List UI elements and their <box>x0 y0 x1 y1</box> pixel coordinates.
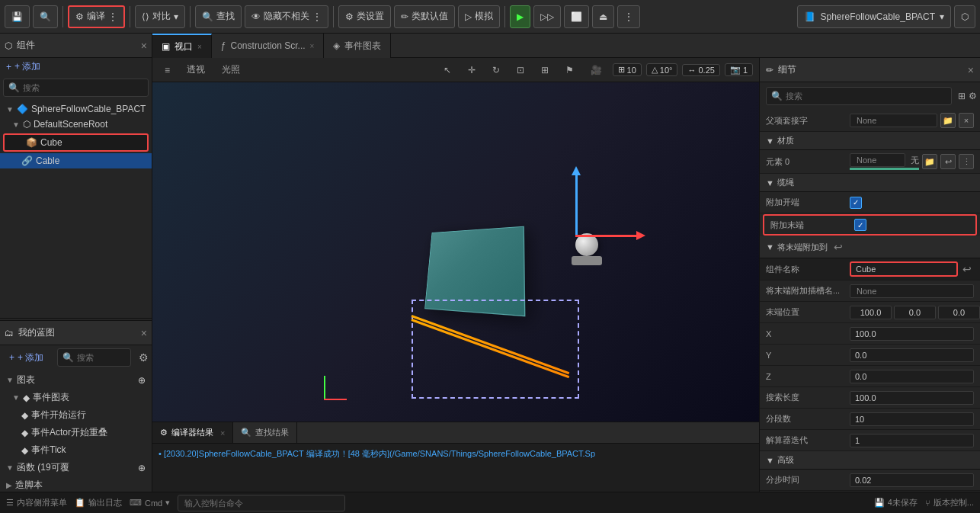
eject-button[interactable]: ⏏ <box>592 5 614 28</box>
event-beginplay[interactable]: ◆ 事件开始运行 <box>0 406 152 424</box>
expand-icon-2: ▼ <box>12 120 20 129</box>
end-loc-y-input[interactable] <box>894 306 936 319</box>
add-graph-icon[interactable]: ⊕ <box>138 375 146 386</box>
pause-button[interactable]: ▷▷ <box>533 5 561 28</box>
blueprint-add[interactable]: + + 添加 <box>3 349 50 367</box>
compile-menu-icon[interactable]: ⋮ <box>108 11 117 22</box>
components-search-box[interactable]: 🔍 <box>3 79 149 97</box>
tab-event-graph[interactable]: ◈ 事件图表 <box>324 34 391 58</box>
parent-socket-clear[interactable]: × <box>959 113 974 128</box>
diff-button[interactable]: ⟨⟩ 对比 ▾ <box>135 5 185 28</box>
cable-length-input[interactable] <box>850 391 974 405</box>
more-button[interactable]: ⋮ <box>617 5 640 28</box>
compile-button[interactable]: ⚙ 编译 ⋮ <box>68 5 125 28</box>
x-input[interactable] <box>850 327 974 341</box>
graphs-section-header[interactable]: ▼ 图表 ⊕ <box>0 371 152 389</box>
camera-icon: 📷 <box>730 65 741 75</box>
bp-settings-icon[interactable]: ⚙ <box>139 351 149 364</box>
material-clear[interactable]: ↩ <box>940 154 956 169</box>
stop-button[interactable]: ⬜ <box>564 5 589 28</box>
blueprints-close[interactable]: × <box>141 327 147 339</box>
tree-item-cable[interactable]: 🔗 Cable <box>0 153 152 168</box>
lighting-button[interactable]: 光照 <box>216 62 246 78</box>
blueprint-search-box[interactable]: 🔍 <box>57 348 131 367</box>
event-graph-item[interactable]: ▼ ◆ 事件图表 <box>0 389 152 406</box>
component-name-input[interactable] <box>850 261 958 277</box>
tab-construction[interactable]: ƒ Construction Scr... × <box>212 34 325 58</box>
substep-time-input[interactable] <box>850 473 974 487</box>
cable-section-header[interactable]: ▼ 缆绳 <box>760 174 980 192</box>
details-title: 细节 <box>778 63 963 76</box>
tree-item-root[interactable]: ▼ 🔷 SphereFollowCable_BPACT <box>0 101 152 117</box>
tab-viewport[interactable]: ▣ 视口 × <box>152 34 212 58</box>
surface-snap[interactable]: ⊞ <box>535 63 555 77</box>
class-settings-button[interactable]: ⚙ 类设置 <box>338 5 391 28</box>
unsaved-indicator[interactable]: 💾 4未保存 <box>874 497 918 508</box>
compiler-tab-close[interactable]: × <box>220 428 225 438</box>
material-section-header[interactable]: ▼ 材质 <box>760 132 980 150</box>
blueprint-search-input[interactable] <box>77 353 126 362</box>
add-fn-icon[interactable]: ⊕ <box>138 463 146 473</box>
tree-item-defaultscene[interactable]: ▼ ⬡ DefaultSceneRoot <box>0 117 152 132</box>
select-tool[interactable]: ↖ <box>437 63 457 77</box>
camera-speed[interactable]: 🎥 <box>584 63 608 77</box>
components-close[interactable]: × <box>141 40 147 52</box>
z-input[interactable] <box>850 370 974 383</box>
grid-control[interactable]: ⊞ 10 <box>613 63 642 76</box>
tree-item-cube[interactable]: 📦 Cube <box>3 133 149 152</box>
move-tool[interactable]: ✛ <box>462 63 482 77</box>
scale-tool[interactable]: ⊡ <box>511 63 530 77</box>
solver-iterations-input[interactable] <box>850 434 974 447</box>
rotate-tool[interactable]: ↻ <box>486 63 506 77</box>
details-search-input[interactable] <box>786 91 946 101</box>
components-search-input[interactable] <box>23 83 143 92</box>
details-grid-icon[interactable]: ⊞ <box>958 91 966 101</box>
content-sidebar-button[interactable]: ☰ 内容侧滑菜单 <box>6 497 67 508</box>
source-control-button[interactable]: ⑂ 版本控制... <box>925 497 974 508</box>
output-log-button[interactable]: 📋 输出日志 <box>75 497 122 508</box>
perspective-button[interactable]: 透视 <box>181 62 211 78</box>
expand-icon: ▼ <box>6 105 14 114</box>
class-defaults-button[interactable]: ✏ 类默认值 <box>394 5 455 28</box>
scale-control[interactable]: ↔ 0.25 <box>682 64 719 76</box>
details-search-box[interactable]: 🔍 <box>766 87 952 105</box>
save-button[interactable]: 💾 <box>5 5 30 28</box>
details-settings-icon[interactable]: ⚙ <box>969 91 977 101</box>
material-browse[interactable]: 📁 <box>922 154 937 169</box>
material-more[interactable]: ⋮ <box>959 154 974 169</box>
end-loc-x-input[interactable] <box>850 306 892 319</box>
angle-control[interactable]: △ 10° <box>646 63 678 76</box>
blueprint-selector[interactable]: 📘 SphereFollowCable_BPACT ▾ <box>797 5 951 28</box>
play-button[interactable]: ▶ <box>510 5 530 28</box>
components-add[interactable]: + + 添加 <box>0 58 152 75</box>
hamburger-button[interactable]: ≡ <box>159 63 176 77</box>
browse-button[interactable]: 🔍 <box>33 5 58 28</box>
compiler-results-tab[interactable]: ⚙ 编译器结果 × <box>152 422 233 443</box>
y-input[interactable] <box>850 348 974 362</box>
num-segments-input[interactable] <box>850 412 974 426</box>
construction-tab-close[interactable]: × <box>310 42 315 50</box>
viewport-tab-close[interactable]: × <box>197 43 202 51</box>
attach-end-checkbox[interactable]: ✓ <box>854 219 866 231</box>
end-loc-z-input[interactable] <box>938 306 980 319</box>
attach-end-section-header[interactable]: ▼ 将末端附加到 ↩ <box>760 236 980 258</box>
external-link-button[interactable]: ⬡ <box>954 5 975 28</box>
undo-btn-2[interactable]: ↩ <box>961 261 974 277</box>
find-button[interactable]: 🔍 查找 <box>195 5 242 28</box>
simulate-button[interactable]: ▷ 模拟 <box>458 5 500 28</box>
hide-unrelated-button[interactable]: 👁 隐藏不相关 ⋮ <box>245 5 328 28</box>
parent-socket-folder[interactable]: 📁 <box>940 113 956 128</box>
undo-btn-1[interactable]: ↩ <box>831 239 846 255</box>
details-close[interactable]: × <box>968 64 974 76</box>
attach-start-checkbox[interactable]: ✓ <box>850 197 862 209</box>
local-global[interactable]: ⚑ <box>559 63 580 77</box>
material-none-label: 无 <box>911 155 919 166</box>
advanced-section-header[interactable]: ▼ 高级 <box>760 451 980 470</box>
event-actoroverlap[interactable]: ◆ 事件Actor开始重叠 <box>0 424 152 441</box>
find-results-tab[interactable]: 🔍 查找结果 <box>233 422 297 443</box>
camera-control[interactable]: 📷 1 <box>725 63 753 76</box>
cmd-input[interactable] <box>178 495 345 511</box>
attach-start-value: ✓ <box>850 197 974 209</box>
event-tick[interactable]: ◆ 事件Tick <box>0 441 152 459</box>
functions-section[interactable]: ▼ 函数 (19可覆 ⊕ <box>0 459 152 476</box>
